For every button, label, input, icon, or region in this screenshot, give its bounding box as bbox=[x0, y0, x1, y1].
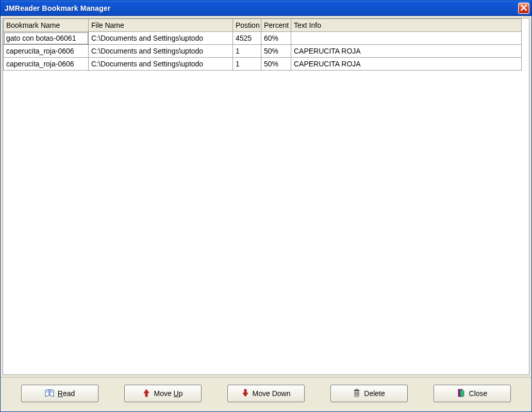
grid-empty-area[interactable] bbox=[3, 71, 529, 374]
col-header-textinfo[interactable]: Text Info bbox=[291, 19, 522, 32]
svg-point-12 bbox=[462, 393, 463, 394]
button-label: Move Up bbox=[154, 389, 182, 398]
svg-marker-11 bbox=[460, 390, 464, 397]
close-button[interactable]: Close bbox=[434, 385, 511, 402]
cell-textinfo[interactable] bbox=[291, 32, 522, 45]
svg-rect-9 bbox=[356, 389, 358, 390]
title-bar[interactable]: JMReader Bookmark Manager bbox=[1, 1, 531, 16]
col-header-position[interactable]: Postion bbox=[233, 19, 261, 32]
button-label: Delete bbox=[364, 389, 385, 398]
trash-icon bbox=[353, 389, 360, 399]
col-header-percent[interactable]: Percent bbox=[261, 19, 291, 32]
book-icon bbox=[45, 389, 54, 399]
button-bar: Read Move Up Move Down bbox=[1, 377, 531, 411]
table-row[interactable]: caperucita_roja-0606 C:\Documents and Se… bbox=[4, 45, 522, 58]
cell-bookmark[interactable]: caperucita_roja-0606 bbox=[4, 45, 89, 58]
read-button[interactable]: Read bbox=[21, 385, 98, 402]
cell-file[interactable]: C:\Documents and Settings\uptodo bbox=[89, 58, 233, 71]
move-up-button[interactable]: Move Up bbox=[124, 385, 202, 402]
window: JMReader Bookmark Manager Bookmark Name … bbox=[0, 0, 532, 412]
client-area: Bookmark Name File Name Postion Percent … bbox=[1, 16, 531, 411]
cell-file[interactable]: C:\Documents and Settings\uptodo bbox=[89, 32, 233, 45]
close-icon bbox=[521, 4, 527, 12]
door-icon bbox=[457, 389, 466, 399]
window-close-button[interactable] bbox=[518, 3, 529, 14]
cell-textinfo[interactable]: CAPERUCITA ROJA bbox=[291, 58, 522, 71]
move-down-button[interactable]: Move Down bbox=[227, 385, 305, 402]
cell-file[interactable]: C:\Documents and Settings\uptodo bbox=[89, 45, 233, 58]
table-header-row[interactable]: Bookmark Name File Name Postion Percent … bbox=[4, 19, 522, 32]
window-title: JMReader Bookmark Manager bbox=[5, 4, 518, 12]
table-row[interactable]: gato con botas-06061 C:\Documents and Se… bbox=[4, 32, 522, 45]
button-label: Read bbox=[58, 389, 75, 398]
cell-position[interactable]: 4525 bbox=[233, 32, 261, 45]
bookmarks-table[interactable]: Bookmark Name File Name Postion Percent … bbox=[3, 19, 522, 71]
cell-bookmark[interactable]: caperucita_roja-0606 bbox=[4, 58, 89, 71]
grid-panel: Bookmark Name File Name Postion Percent … bbox=[3, 18, 529, 375]
cell-bookmark[interactable]: gato con botas-06061 bbox=[4, 32, 89, 45]
button-label: Close bbox=[469, 389, 488, 398]
col-header-bookmark[interactable]: Bookmark Name bbox=[4, 19, 89, 32]
table-row[interactable]: caperucita_roja-0606 C:\Documents and Se… bbox=[4, 58, 522, 71]
cell-percent[interactable]: 50% bbox=[261, 58, 291, 71]
delete-button[interactable]: Delete bbox=[330, 385, 408, 402]
arrow-down-icon bbox=[242, 389, 249, 399]
arrow-up-icon bbox=[143, 389, 150, 399]
cell-position[interactable]: 1 bbox=[233, 58, 261, 71]
button-label: Move Down bbox=[253, 389, 291, 398]
cell-percent[interactable]: 50% bbox=[261, 45, 291, 58]
col-header-file[interactable]: File Name bbox=[89, 19, 233, 32]
cell-position[interactable]: 1 bbox=[233, 45, 261, 58]
cell-percent[interactable]: 60% bbox=[261, 32, 291, 45]
cell-textinfo[interactable]: CAPERUCITA ROJA bbox=[291, 45, 522, 58]
